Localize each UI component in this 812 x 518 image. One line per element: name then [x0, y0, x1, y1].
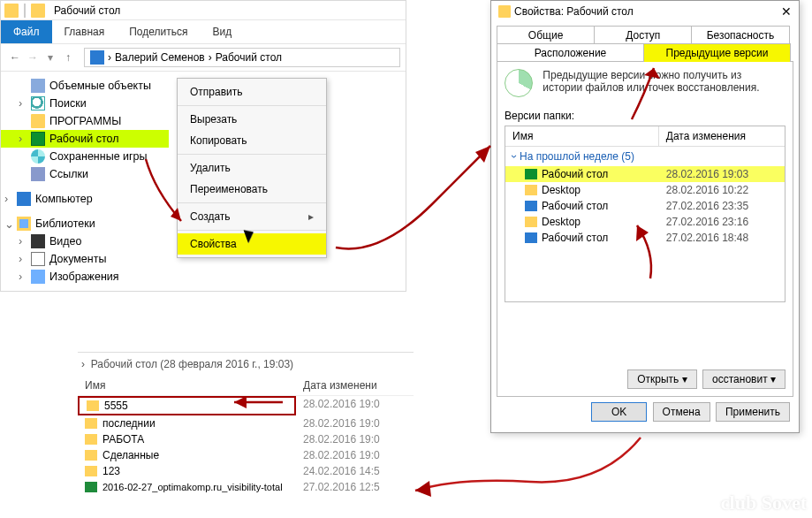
tree-label: Рабочий стол: [49, 133, 118, 145]
forward-button[interactable]: →: [24, 51, 42, 64]
menu-rename[interactable]: Переименовать: [178, 179, 326, 200]
tree-item[interactable]: ›Поиски: [1, 95, 169, 112]
version-row[interactable]: Desktop28.02.2016 10:22: [505, 182, 785, 198]
list-item[interactable]: 2016-02-27_optimakomp.ru_visibility-tota…: [78, 479, 414, 495]
folder-icon: [4, 4, 19, 18]
tree-item-computer[interactable]: ›Компьютер: [1, 190, 169, 208]
tree-label: Поиски: [49, 97, 87, 110]
tree-item-desktop[interactable]: ›Рабочий стол: [1, 130, 169, 148]
version-row[interactable]: Рабочий стол28.02.2016 19:03: [505, 166, 785, 182]
recent-dropdown[interactable]: ▾: [42, 51, 59, 64]
menu-new[interactable]: Создать▸: [178, 206, 326, 227]
item-date: 28.02.2016 19:0: [296, 431, 387, 447]
tree-item[interactable]: Сохраненные игры: [1, 148, 169, 165]
version-row[interactable]: Desktop27.02.2016 23:16: [505, 214, 785, 230]
row-date: 27.02.2016 18:48: [659, 230, 785, 246]
file-tab[interactable]: Файл: [1, 20, 52, 43]
menu-sep: [178, 154, 326, 155]
list-item[interactable]: последнии28.02.2016 19:0: [78, 415, 414, 431]
up-button[interactable]: ↑: [59, 51, 77, 64]
menu-cut[interactable]: Вырезать: [178, 109, 326, 130]
menu-sep: [178, 202, 326, 203]
folder-icon: [525, 185, 537, 195]
apply-button[interactable]: Применить: [716, 402, 790, 422]
breadcrumb[interactable]: › Валерий Семенов › Рабочий стол: [84, 48, 400, 67]
system-icon: [525, 201, 537, 211]
column-headers: Имя Дата изменени: [78, 376, 414, 396]
menu-copy[interactable]: Копировать: [178, 130, 326, 151]
menu-delete[interactable]: Удалить: [178, 157, 326, 179]
tab-general[interactable]: Общие: [497, 26, 595, 44]
tab-home[interactable]: Главная: [52, 20, 118, 43]
tab-view[interactable]: Вид: [200, 20, 244, 43]
item-date: 24.02.2016 14:5: [296, 463, 387, 479]
tab-share[interactable]: Поделиться: [117, 20, 200, 43]
tree-item-libraries[interactable]: ⌄Библиотеки: [1, 215, 169, 232]
tree-item[interactable]: ›Изображения: [1, 268, 169, 286]
pc-icon: [17, 192, 31, 206]
row-date: 27.02.2016 23:35: [659, 198, 785, 214]
tree-item[interactable]: ПРОГРАММЫ: [1, 112, 169, 130]
version-group[interactable]: ›На прошлой неделе (5): [505, 147, 785, 166]
ok-button[interactable]: OK: [591, 402, 647, 422]
tree-item[interactable]: ›Документы: [1, 250, 169, 268]
close-button[interactable]: ✕: [781, 4, 792, 19]
tree-item[interactable]: ›Видео: [1, 232, 169, 250]
col-name[interactable]: Имя: [78, 376, 296, 395]
desktop-icon: [31, 132, 45, 146]
item-date: 28.02.2016 19:0: [296, 447, 387, 463]
row-name: Desktop: [542, 216, 581, 228]
tree-label: Изображения: [49, 270, 119, 283]
tree-item[interactable]: Ссылки: [1, 165, 169, 183]
col-date[interactable]: Дата изменени: [296, 376, 384, 395]
folder-icon: [87, 400, 99, 411]
tab-location[interactable]: Расположение: [497, 43, 644, 62]
tab-security[interactable]: Безопасность: [691, 26, 789, 44]
image-icon: [31, 270, 45, 284]
back-button[interactable]: ←: [6, 51, 24, 64]
lower-breadcrumb[interactable]: › Рабочий стол (28 февраля 2016 г., 19:0…: [78, 353, 414, 376]
crumb-0[interactable]: Валерий Семенов: [115, 51, 205, 64]
version-row[interactable]: Рабочий стол27.02.2016 18:48: [505, 230, 785, 246]
col-name[interactable]: Имя: [505, 126, 659, 146]
list-item[interactable]: Сделанные28.02.2016 19:0: [78, 447, 414, 463]
folder-icon: [525, 217, 537, 227]
list-item[interactable]: 12324.02.2016 14:5: [78, 463, 414, 479]
col-date[interactable]: Дата изменения: [659, 126, 785, 146]
properties-dialog: Свойства: Рабочий стол ✕ Общие Доступ Бе…: [490, 0, 800, 433]
dialog-title: Свойства: Рабочий стол: [514, 5, 634, 18]
row-date: 27.02.2016 23:16: [659, 214, 785, 230]
row-name: Рабочий стол: [542, 168, 608, 180]
crumb-1[interactable]: Рабочий стол: [216, 51, 282, 64]
version-row[interactable]: Рабочий стол27.02.2016 23:35: [505, 198, 785, 214]
tree-label: Документы: [49, 253, 106, 265]
tab-panel: Предыдущие версии можно получить из исто…: [497, 61, 793, 397]
action-buttons: Открыть осстановит: [625, 369, 785, 389]
cancel-button[interactable]: Отмена: [653, 402, 710, 422]
row-name: Desktop: [542, 184, 581, 196]
svg-marker-5: [415, 481, 431, 497]
search-icon: [31, 96, 45, 110]
group-label: На прошлой неделе (5): [520, 150, 634, 163]
chevron-right-icon: ▸: [308, 210, 314, 223]
list-item[interactable]: 555528.02.2016 19:0: [78, 396, 414, 415]
qat-divider: [24, 4, 26, 18]
item-date: 28.02.2016 19:0: [296, 396, 387, 415]
tab-access[interactable]: Доступ: [594, 26, 692, 44]
disc-icon: [31, 149, 45, 164]
row-name: Рабочий стол: [542, 200, 608, 212]
list-item[interactable]: РАБОТА28.02.2016 19:0: [78, 431, 414, 447]
tab-previous-versions[interactable]: Предыдущие версии: [643, 43, 791, 62]
pc-icon: [90, 50, 104, 65]
chevron-down-icon: ›: [508, 155, 520, 158]
excel-icon: [85, 482, 97, 492]
folder-icon: [85, 434, 97, 445]
dialog-buttons: OK Отмена Применить: [491, 397, 799, 430]
system-icon: [525, 232, 537, 243]
open-button[interactable]: Открыть: [627, 369, 696, 389]
tree-item[interactable]: Объемные объекты: [1, 77, 169, 95]
restore-button[interactable]: осстановит: [702, 369, 785, 389]
doc-icon: [31, 252, 45, 266]
item-name: Сделанные: [102, 449, 159, 461]
menu-send[interactable]: Отправить: [178, 81, 326, 103]
